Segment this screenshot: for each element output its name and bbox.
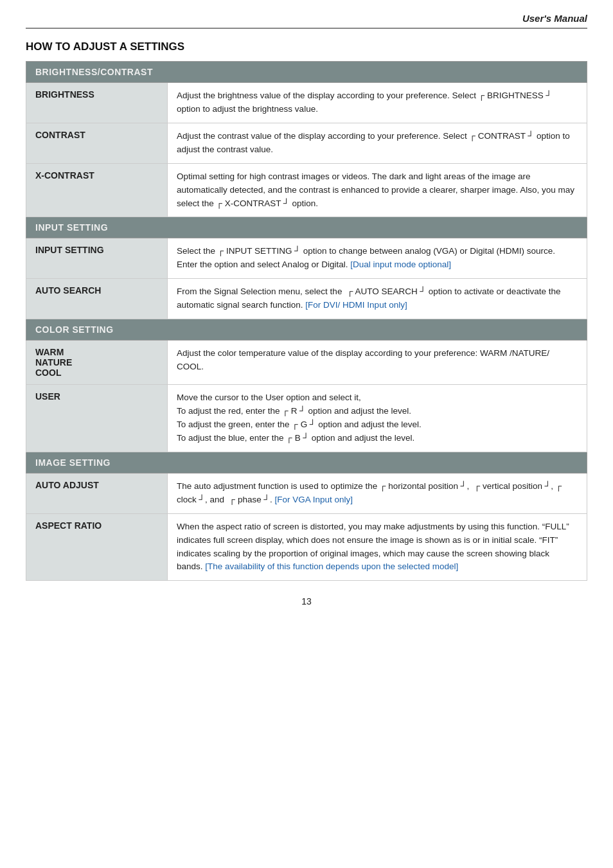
auto-adjust-note: [For VGA Input only] bbox=[275, 495, 353, 504]
row-brightness: BRIGHTNESS Adjust the brightness value o… bbox=[26, 83, 587, 123]
contrast-label: CONTRAST bbox=[26, 123, 168, 163]
row-contrast: CONTRAST Adjust the contrast value of th… bbox=[26, 123, 587, 163]
aspect-ratio-note: [The availability of this function depen… bbox=[205, 562, 458, 571]
x-contrast-label: X-CONTRAST bbox=[26, 163, 168, 217]
warm-nature-cool-desc: Adjust the color temperature value of th… bbox=[168, 341, 587, 385]
input-setting-note: [Dual input mode optional] bbox=[350, 260, 451, 269]
settings-table: BRIGHTNESS/CONTRAST BRIGHTNESS Adjust th… bbox=[26, 61, 587, 581]
section-brightness-contrast: BRIGHTNESS/CONTRAST bbox=[26, 62, 587, 83]
warm-nature-cool-label: WARMNATURECOOL bbox=[26, 341, 168, 385]
input-setting-desc: Select the ┌ INPUT SETTING ┘ option to c… bbox=[168, 238, 587, 279]
section-image-setting: IMAGE SETTING bbox=[26, 452, 587, 473]
auto-adjust-label: AUTO ADJUST bbox=[26, 473, 168, 513]
auto-search-note: [For DVI/ HDMI Input only] bbox=[305, 300, 407, 310]
row-auto-adjust: AUTO ADJUST The auto adjustment function… bbox=[26, 473, 587, 513]
row-aspect-ratio: ASPECT RATIO When the aspect ratio of sc… bbox=[26, 513, 587, 581]
auto-search-desc: From the Signal Selection menu, select t… bbox=[168, 279, 587, 319]
section-color-setting-label: COLOR SETTING bbox=[26, 319, 587, 341]
section-input-setting: INPUT SETTING bbox=[26, 217, 587, 238]
row-auto-search: AUTO SEARCH From the Signal Selection me… bbox=[26, 279, 587, 319]
x-contrast-desc: Optimal setting for high contrast images… bbox=[168, 163, 587, 217]
page-number: 13 bbox=[26, 596, 587, 607]
header-right: User's Manual bbox=[26, 13, 587, 29]
aspect-ratio-desc: When the aspect ratio of screen is disto… bbox=[168, 513, 587, 581]
section-brightness-contrast-label: BRIGHTNESS/CONTRAST bbox=[26, 62, 587, 83]
input-setting-label: INPUT SETTING bbox=[26, 238, 168, 279]
user-desc: Move the cursor to the User option and s… bbox=[168, 385, 587, 452]
section-input-setting-label: INPUT SETTING bbox=[26, 217, 587, 238]
row-user: USER Move the cursor to the User option … bbox=[26, 385, 587, 452]
page-title: HOW TO ADJUST A SETTINGS bbox=[26, 40, 587, 53]
contrast-desc: Adjust the contrast value of the display… bbox=[168, 123, 587, 163]
row-warm-nature-cool: WARMNATURECOOL Adjust the color temperat… bbox=[26, 341, 587, 385]
brightness-desc: Adjust the brightness value of the displ… bbox=[168, 83, 587, 123]
aspect-ratio-label: ASPECT RATIO bbox=[26, 513, 168, 581]
auto-search-label: AUTO SEARCH bbox=[26, 279, 168, 319]
section-color-setting: COLOR SETTING bbox=[26, 319, 587, 341]
auto-adjust-desc: The auto adjustment function is used to … bbox=[168, 473, 587, 513]
brightness-label: BRIGHTNESS bbox=[26, 83, 168, 123]
section-image-setting-label: IMAGE SETTING bbox=[26, 452, 587, 473]
row-x-contrast: X-CONTRAST Optimal setting for high cont… bbox=[26, 163, 587, 217]
row-input-setting: INPUT SETTING Select the ┌ INPUT SETTING… bbox=[26, 238, 587, 279]
user-label: USER bbox=[26, 385, 168, 452]
header-label: User's Manual bbox=[522, 13, 587, 24]
